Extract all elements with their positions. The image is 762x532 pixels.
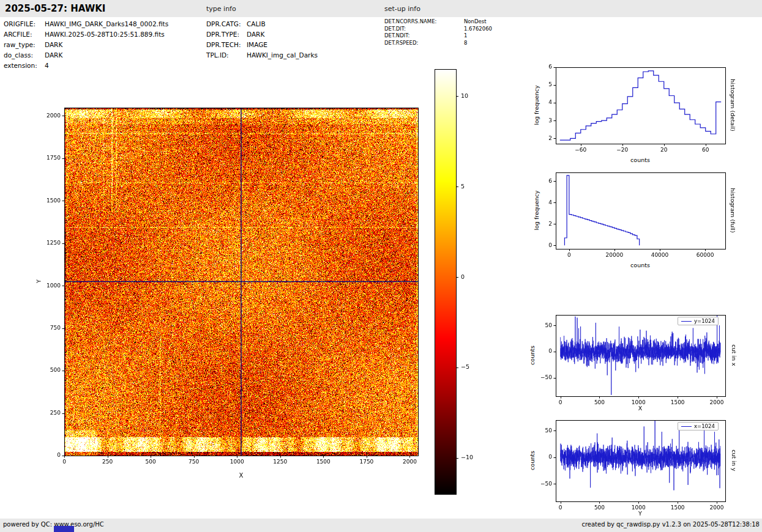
meta-row-dprcatg: DPR.CATG:CALIB — [206, 19, 318, 29]
meta-label: raw_type: — [4, 40, 45, 50]
meta-label: DPR.TECH: — [206, 40, 247, 50]
meta-label: ARCFILE: — [4, 29, 45, 40]
meta-label: ORIGFILE: — [4, 19, 45, 29]
footer-bar: powered by QC: www.eso.org/HC created by… — [0, 519, 762, 532]
meta-row-ndit: DET.NDIT:1 — [384, 32, 492, 40]
meta-label: TPL.ID: — [206, 50, 247, 61]
meta-value: DARK — [247, 29, 264, 40]
main-yaxis-label: Y — [35, 279, 42, 283]
meta-label: DET.NCORRS.NAME: — [384, 18, 464, 26]
meta-value: DARK — [45, 40, 62, 50]
histogram-full-plot — [540, 165, 730, 258]
meta-value: 1 — [464, 32, 467, 40]
meta-row-rspeed: DET.RSPEED:8 — [384, 40, 492, 47]
dark-frame-image-plot — [34, 97, 428, 479]
meta-label: DPR.TYPE: — [206, 29, 247, 40]
meta-row-rawtype: raw_type:DARK — [4, 40, 168, 50]
meta-row-dprtech: DPR.TECH:IMAGE — [206, 40, 318, 50]
cut-y-legend: x=1024 — [678, 422, 719, 430]
hist-detail-xaxis-label: counts — [616, 157, 665, 163]
meta-row-ncorrs: DET.NCORRS.NAME:NonDest — [384, 18, 492, 26]
cut-y-side-label: cut in y — [731, 449, 738, 471]
meta-label: DET.RSPEED: — [384, 40, 464, 47]
meta-row-extension: extension:4 — [4, 61, 168, 71]
meta-value: HAWKI.2025-05-28T10:25:51.889.fits — [45, 29, 165, 40]
meta-row-dprtype: DPR.TYPE:DARK — [206, 29, 318, 40]
meta-row-origfile: ORIGFILE:HAWKI_IMG_DARK_Darks148_0002.fi… — [4, 19, 168, 29]
type-info-block: DPR.CATG:CALIB DPR.TYPE:DARK DPR.TECH:IM… — [206, 19, 318, 61]
setup-info-heading: set-up info — [384, 5, 420, 13]
cut-y-xaxis-label: Y — [616, 510, 665, 517]
meta-value: HAWKI_IMG_DARK_Darks148_0002.fits — [45, 19, 168, 29]
cut-x-legend: y=1024 — [678, 317, 719, 325]
file-info-block: ORIGFILE:HAWKI_IMG_DARK_Darks148_0002.fi… — [4, 19, 168, 71]
meta-value: NonDest — [464, 18, 486, 26]
meta-row-dit: DET.DIT:1.6762060 — [384, 26, 492, 33]
qc-report-page: 2025-05-27: HAWKI type info set-up info … — [0, 0, 762, 532]
meta-label: DET.NDIT: — [384, 32, 464, 40]
header-bar: 2025-05-27: HAWKI type info set-up info — [0, 0, 762, 17]
meta-label: extension: — [4, 61, 45, 71]
hist-full-xaxis-label: counts — [616, 262, 665, 268]
hist-full-yaxis-label: log frequency — [533, 190, 540, 230]
histogram-detail-plot — [540, 60, 730, 153]
type-info-heading: type info — [206, 5, 236, 13]
cut-x-yaxis-label: counts — [529, 345, 536, 365]
footer-created-by: created by qc_rawdisp.py v1.2.3 on 2025-… — [581, 521, 760, 528]
hist-detail-side-label: histogram (detail) — [730, 79, 736, 131]
meta-row-arcfile: ARCFILE:HAWKI.2025-05-28T10:25:51.889.fi… — [4, 29, 168, 40]
cut-x-legend-label: y=1024 — [694, 318, 715, 324]
meta-value: DARK — [45, 50, 62, 61]
meta-row-doclass: do_class:DARK — [4, 50, 168, 61]
meta-value: HAWKI_img_cal_Darks — [247, 50, 318, 61]
meta-value: IMAGE — [247, 40, 267, 50]
footer-blue-marker — [54, 526, 74, 532]
meta-label: DPR.CATG: — [206, 19, 247, 29]
cut-y-yaxis-label: counts — [529, 451, 536, 470]
colorbar — [430, 65, 482, 500]
hist-detail-yaxis-label: log frequency — [533, 85, 540, 125]
meta-value: 8 — [464, 40, 467, 47]
cut-x-xaxis-label: X — [616, 405, 665, 412]
legend-line-swatch — [681, 426, 692, 427]
hist-full-side-label: histogram (full) — [730, 188, 736, 232]
meta-value: 4 — [45, 61, 49, 71]
meta-label: do_class: — [4, 50, 45, 61]
meta-row-tplid: TPL.ID:HAWKI_img_cal_Darks — [206, 50, 318, 61]
meta-value: CALIB — [247, 19, 266, 29]
main-xaxis-label: X — [235, 472, 247, 479]
setup-info-block: DET.NCORRS.NAME:NonDest DET.DIT:1.676206… — [384, 18, 492, 46]
meta-label: DET.DIT: — [384, 26, 464, 33]
page-title: 2025-05-27: HAWKI — [5, 3, 105, 14]
cut-y-legend-label: x=1024 — [694, 423, 715, 429]
meta-value: 1.6762060 — [464, 26, 492, 33]
cut-x-side-label: cut in x — [731, 344, 738, 366]
legend-line-swatch — [681, 321, 692, 322]
